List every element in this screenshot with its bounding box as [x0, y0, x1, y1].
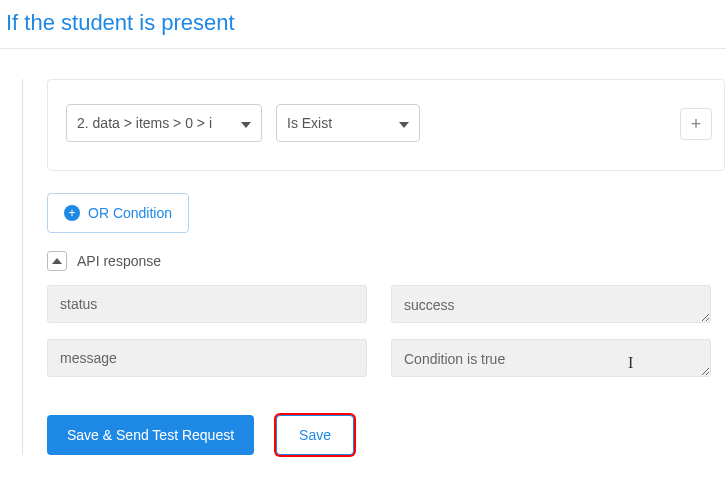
condition-field-select[interactable]: 2. data > items > 0 > i — [66, 104, 262, 142]
chevron-down-icon — [399, 115, 409, 131]
response-key-input[interactable] — [47, 339, 367, 377]
plus-icon: + — [691, 114, 702, 135]
or-condition-button[interactable]: + OR Condition — [47, 193, 189, 233]
condition-operator-select[interactable]: Is Exist — [276, 104, 420, 142]
content-area: 2. data > items > 0 > i Is Exist + + OR … — [0, 79, 726, 455]
or-condition-label: OR Condition — [88, 205, 172, 221]
collapse-toggle[interactable] — [47, 251, 67, 271]
response-value-input[interactable] — [391, 285, 711, 323]
response-key-input[interactable] — [47, 285, 367, 323]
page-title: If the student is present — [0, 0, 726, 49]
vertical-rule: 2. data > items > 0 > i Is Exist + + OR … — [22, 79, 726, 455]
save-send-test-button[interactable]: Save & Send Test Request — [47, 415, 254, 455]
action-bar: Save & Send Test Request Save — [47, 415, 726, 455]
api-response-header: API response — [47, 251, 726, 271]
chevron-up-icon — [52, 258, 62, 264]
response-value-input[interactable] — [391, 339, 711, 377]
plus-circle-icon: + — [64, 205, 80, 221]
api-response-heading: API response — [77, 253, 161, 269]
save-button[interactable]: Save — [276, 415, 354, 455]
chevron-down-icon — [241, 115, 251, 131]
condition-operator-text: Is Exist — [287, 115, 332, 131]
condition-field-text: 2. data > items > 0 > i — [77, 115, 212, 131]
add-condition-button[interactable]: + — [680, 108, 712, 140]
condition-row: 2. data > items > 0 > i Is Exist + — [47, 79, 725, 171]
api-response-grid — [47, 285, 726, 377]
